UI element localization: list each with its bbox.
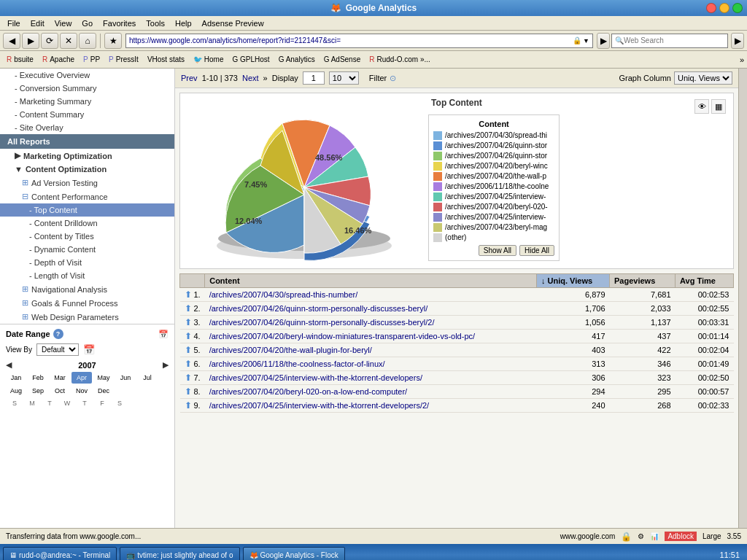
cal-month-sep[interactable]: Sep — [28, 385, 48, 397]
home-button[interactable]: ⌂ — [79, 33, 96, 49]
url-link-0[interactable]: /archives/2007/04/30/spread-this-number/ — [209, 290, 358, 299]
prev-button[interactable]: Prev — [181, 74, 198, 82]
url-link-1[interactable]: /archives/2007/04/26/quinn-storm-persona… — [209, 304, 428, 313]
menu-adsense-preview[interactable]: Adsense Preview — [198, 18, 268, 29]
minimize-button[interactable] — [719, 3, 729, 13]
legend-item-9[interactable]: /archives/2007/04/23/beryl-mag — [433, 223, 554, 232]
page-number-input[interactable] — [303, 71, 325, 85]
url-link-2[interactable]: /archives/2007/04/26/quinn-storm-persona… — [209, 318, 435, 327]
sidebar-item-nav-analysis[interactable]: ⊞ Navigational Analysis — [0, 282, 174, 296]
menu-help[interactable]: Help — [171, 18, 196, 29]
chart-table-btn[interactable]: ▦ — [711, 99, 726, 114]
url-link-5[interactable]: /archives/2006/11/18/the-coolness-factor… — [209, 359, 385, 368]
legend-item-10[interactable]: (other) — [433, 233, 554, 242]
legend-item-6[interactable]: /archives/2007/04/25/interview- — [433, 192, 554, 201]
cal-month-aug[interactable]: Aug — [6, 385, 26, 397]
url-link-6[interactable]: /archives/2007/04/25/interview-with-the-… — [209, 373, 422, 382]
sidebar-item-conversion[interactable]: - Conversion Summary — [0, 82, 174, 95]
sidebar-group-content[interactable]: ▼ Content Optimization — [0, 163, 174, 176]
address-bar[interactable]: https://www.google.com/analytics/home/re… — [125, 34, 593, 48]
cal-month-apr[interactable]: Apr — [71, 372, 92, 384]
calendar-icon2[interactable]: 📅 — [83, 344, 95, 355]
close-button[interactable] — [706, 3, 716, 13]
sidebar-item-dynamic[interactable]: - Dynamic Content — [0, 243, 174, 256]
col-avg-time[interactable]: Avg Time — [676, 274, 734, 288]
bookmark-adsense[interactable]: G AdSense — [320, 54, 365, 65]
col-rank[interactable] — [180, 274, 205, 288]
bookmark-bsuite[interactable]: R bsuite — [3, 54, 37, 65]
sidebar-item-goals[interactable]: ⊞ Goals & Funnel Process — [0, 296, 174, 310]
date-range-help[interactable]: ? — [53, 329, 63, 339]
url-link-8[interactable]: /archives/2007/04/25/interview-with-the-… — [209, 401, 429, 410]
graph-col-select[interactable]: Uniq. Views Pageviews Avg Time — [674, 71, 732, 85]
sidebar-item-ad-version[interactable]: ⊞ Ad Version Testing — [0, 176, 174, 190]
legend-item-4[interactable]: /archives/2007/04/20/the-wall-p — [433, 172, 554, 181]
forward-button[interactable]: ▶ — [22, 33, 39, 49]
cal-prev[interactable]: ◀ — [6, 360, 12, 370]
go-button[interactable]: ▶ — [597, 33, 610, 49]
maximize-button[interactable] — [732, 3, 743, 13]
menu-go[interactable]: Go — [77, 18, 97, 29]
legend-item-7[interactable]: /archives/2007/04/20/beryl-020- — [433, 203, 554, 211]
sidebar-item-length[interactable]: - Length of Visit — [0, 269, 174, 282]
bookmark-apache[interactable]: R Apache — [39, 54, 78, 65]
sidebar-item-web-design[interactable]: ⊞ Web Design Parameters — [0, 310, 174, 324]
legend-item-3[interactable]: /archives/2007/04/20/beryl-winc — [433, 162, 554, 171]
back-button[interactable]: ◀ — [3, 33, 20, 49]
bookmark-analytics[interactable]: G Analytics — [275, 54, 319, 65]
url-link-3[interactable]: /archives/2007/04/20/beryl-window-miniat… — [209, 332, 475, 341]
menu-file[interactable]: File — [3, 18, 25, 29]
adblock-label[interactable]: Adblock — [665, 532, 697, 541]
sidebar-item-content-sum[interactable]: - Content Summary — [0, 108, 174, 121]
sidebar-item-marketing-sum[interactable]: - Marketing Summary — [0, 95, 174, 108]
hide-all-btn[interactable]: Hide All — [519, 245, 554, 256]
menu-view[interactable]: View — [50, 18, 77, 29]
menu-edit[interactable]: Edit — [26, 18, 49, 29]
stop-button[interactable]: ✕ — [60, 33, 77, 49]
calendar-icon[interactable]: 📅 — [158, 330, 169, 339]
cal-month-dec[interactable]: Dec — [93, 385, 114, 397]
bookmark-home[interactable]: 🐦 Home — [190, 54, 227, 65]
bookmark-pp[interactable]: P PP — [80, 54, 104, 65]
bookmark-pressit[interactable]: P PressIt — [105, 54, 142, 65]
per-page-select[interactable]: 10 25 50 100 — [329, 71, 359, 85]
cal-month-jun[interactable]: Jun — [115, 372, 136, 384]
menu-tools[interactable]: Tools — [142, 18, 169, 29]
view-by-select[interactable]: Default Day Week Month — [36, 343, 79, 356]
cal-month-jul[interactable]: Jul — [137, 372, 158, 384]
sidebar-item-depth[interactable]: - Depth of Visit — [0, 256, 174, 269]
legend-item-8[interactable]: /archives/2007/04/25/interview- — [433, 213, 554, 222]
dropdown-icon[interactable]: ▼ — [583, 37, 589, 44]
search-go-button[interactable]: ▶ — [731, 33, 744, 49]
sidebar-item-content-perf[interactable]: ⊟ Content Performance — [0, 190, 174, 203]
search-box[interactable]: 🔍 — [611, 34, 728, 48]
taskbar-item-terminal[interactable]: 🖥 rudd-o@andrea:~ - Terminal — [3, 547, 117, 560]
sidebar-item-content-titles[interactable]: - Content by Titles — [0, 230, 174, 243]
legend-item-1[interactable]: /archives/2007/04/26/quinn-stor — [433, 141, 554, 150]
cal-month-mar[interactable]: Mar — [50, 372, 70, 384]
search-input[interactable] — [624, 36, 724, 44]
star-button[interactable]: ★ — [104, 33, 122, 49]
scroll-indicator[interactable] — [738, 69, 747, 528]
legend-item-5[interactable]: /archives/2006/11/18/the-coolne — [433, 182, 554, 191]
sidebar-item-content-drill[interactable]: - Content Drilldown — [0, 217, 174, 230]
cal-month-may[interactable]: May — [93, 372, 114, 384]
cal-next[interactable]: ▶ — [163, 360, 169, 370]
next-button[interactable]: Next — [242, 74, 259, 82]
reload-button[interactable]: ⟳ — [41, 33, 58, 49]
bookmark-vhost[interactable]: VHost stats — [144, 54, 188, 65]
sidebar-group-marketing[interactable]: ▶ Marketing Optimization — [0, 149, 174, 163]
taskbar-item-analytics[interactable]: 🦊 Google Analytics - Flock — [243, 547, 345, 560]
menu-favorites[interactable]: Favorites — [98, 18, 140, 29]
sidebar-item-top-content[interactable]: - Top Content — [0, 203, 174, 217]
cal-month-oct[interactable]: Oct — [50, 385, 70, 397]
legend-item-0[interactable]: /archives/2007/04/30/spread-thi — [433, 131, 554, 140]
bookmark-gplhost[interactable]: G GPLHost — [228, 54, 273, 65]
chart-view-btn[interactable]: 👁 — [694, 99, 709, 114]
col-content[interactable]: Content — [205, 274, 537, 288]
sidebar-all-reports[interactable]: All Reports — [0, 134, 174, 149]
cal-month-feb[interactable]: Feb — [28, 372, 48, 384]
col-uniq-views[interactable]: ↓ Uniq. Views — [537, 274, 610, 288]
bookmarks-more[interactable]: » — [740, 55, 744, 64]
bookmark-ruddo[interactable]: R Rudd-O.com »... — [365, 54, 434, 65]
